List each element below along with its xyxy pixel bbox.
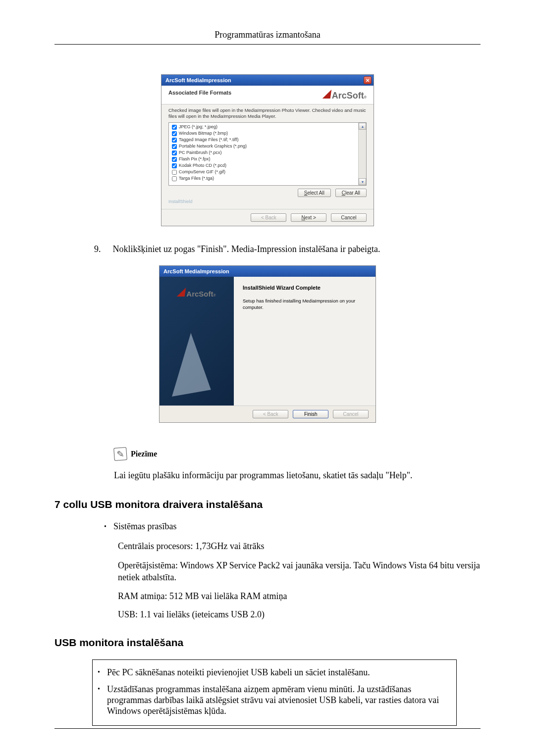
chevron-down-icon[interactable]: ▾ <box>359 178 366 185</box>
checkbox[interactable] <box>172 163 177 168</box>
checkbox[interactable] <box>172 157 177 162</box>
file-format-label: Targa Files (*.tga) <box>179 175 214 182</box>
sysreq-os: Operētājsistēma: Windows XP Service Pack… <box>118 559 481 583</box>
bullet-dot-icon: • <box>98 684 100 716</box>
install-notes-box: • Pēc PC sāknēšanas noteikti pievienojie… <box>92 659 457 726</box>
section-usb-monitor-install: USB monitora instalēšana <box>54 637 481 649</box>
chevron-up-icon[interactable]: ▴ <box>359 123 366 130</box>
checkbox[interactable] <box>172 138 177 143</box>
back-button: < Back <box>253 410 288 418</box>
page-header: Programmatūras izmantošana <box>54 30 481 44</box>
list-item: • Uzstādīšanas programmas instalēšana ai… <box>94 681 449 719</box>
checkbox[interactable] <box>172 131 177 136</box>
installshield-label: InstallShield <box>168 199 367 204</box>
file-format-item[interactable]: Tagged Image Files (*.tif; *.tiff) <box>172 137 355 143</box>
bullet-dot-icon: • <box>104 521 107 532</box>
wizard-complete-heading: InstallShield Wizard Complete <box>243 285 367 291</box>
dialog1-header-area: ArcSoft® Associated File Formats <box>161 86 374 104</box>
box-item-2: Uzstādīšanas programmas instalēšana aizņ… <box>107 684 449 716</box>
dialog1-titlebar: ArcSoft MediaImpression ✕ <box>161 75 374 86</box>
select-buttons-row: Select All Clear All <box>168 189 367 197</box>
file-format-label: CompuServe GIF (*.gif) <box>179 169 225 175</box>
dialog2-side-graphic: ArcSoft® <box>160 277 234 405</box>
dialog2-title: ArcSoft MediaImpression <box>163 268 229 274</box>
close-icon[interactable]: ✕ <box>364 76 372 84</box>
checkbox[interactable] <box>172 170 177 175</box>
triangle-icon <box>322 90 332 99</box>
cancel-button[interactable]: Cancel <box>331 213 367 222</box>
back-button: < Back <box>251 213 286 222</box>
bullet-sysreq-text: Sistēmas prasības <box>113 521 177 532</box>
triangle-icon <box>177 288 186 297</box>
dialog2-titlebar: ArcSoft MediaImpression <box>160 266 375 277</box>
dialog1-footer: < Back Next > Cancel <box>161 209 374 226</box>
registered-icon: ® <box>214 294 216 297</box>
file-format-label: Flash Pix (*.fpx) <box>179 156 211 162</box>
dialog1-body: Checked image files will open in the Med… <box>161 104 374 209</box>
registered-icon: ® <box>364 96 367 99</box>
next-button[interactable]: Next > <box>291 213 326 222</box>
arcsoft-logo: ArcSoft® <box>177 288 215 298</box>
file-format-label: JPEG (*.jpg; *.jpeg) <box>179 124 217 130</box>
bottom-rule <box>54 728 481 729</box>
finish-button[interactable]: Finish <box>293 410 328 418</box>
dialog-finish: ArcSoft MediaImpression ArcSoft® Install… <box>159 265 376 423</box>
sysreq-ram: RAM atmiņa: 512 MB vai lielāka RAM atmiņ… <box>118 591 481 602</box>
file-format-list-inner: JPEG (*.jpg; *.jpeg)Windows Bitmap (*.bm… <box>169 123 358 185</box>
file-format-label: Kodak Photo CD (*.pcd) <box>179 162 226 169</box>
file-format-item[interactable]: CompuServe GIF (*.gif) <box>172 169 355 175</box>
file-format-list: JPEG (*.jpg; *.jpeg)Windows Bitmap (*.bm… <box>168 122 367 186</box>
note-icon: ✎ <box>113 447 127 461</box>
sysreq-usb: USB: 1.1 vai lielāks (ieteicams USB 2.0) <box>118 609 481 620</box>
dialog-associated-formats: ArcSoft MediaImpression ✕ ArcSoft® Assoc… <box>161 74 374 226</box>
file-format-item[interactable]: Kodak Photo CD (*.pcd) <box>172 162 355 169</box>
file-format-item[interactable]: JPEG (*.jpg; *.jpeg) <box>172 124 355 130</box>
checkbox[interactable] <box>172 176 177 181</box>
arcsoft-logo: ArcSoft® <box>323 90 367 101</box>
dialog2-footer: < Back Finish Cancel <box>160 405 375 422</box>
file-format-item[interactable]: Windows Bitmap (*.bmp) <box>172 130 355 137</box>
file-format-item[interactable]: Targa Files (*.tga) <box>172 175 355 182</box>
arcsoft-brand: ArcSoft <box>332 91 364 101</box>
file-format-item[interactable]: Portable Network Graphics (*.png) <box>172 143 355 150</box>
step-text: Noklikšķiniet uz pogas "Finish". Media-I… <box>113 244 380 254</box>
list-item: • Pēc PC sāknēšanas noteikti pievienojie… <box>94 664 449 681</box>
decorative-triangle <box>161 331 211 397</box>
scrollbar[interactable]: ▴ ▾ <box>358 123 366 185</box>
checkbox[interactable] <box>172 151 177 155</box>
note-label: Piezīme <box>131 450 157 458</box>
box-item-1: Pēc PC sāknēšanas noteikti pievienojiet … <box>107 667 449 678</box>
arcsoft-brand: ArcSoft <box>186 290 213 298</box>
cancel-button: Cancel <box>333 410 369 418</box>
file-format-label: Windows Bitmap (*.bmp) <box>179 130 228 137</box>
top-rule <box>54 44 481 45</box>
checkbox[interactable] <box>172 144 177 149</box>
note-text: Lai iegūtu plašāku informāciju par progr… <box>114 470 481 481</box>
file-format-item[interactable]: PC Paintbrush (*.pcx) <box>172 150 355 156</box>
checkbox[interactable] <box>172 125 177 130</box>
dialog1-desc: Checked image files will open in the Med… <box>168 107 367 119</box>
step-number: 9. <box>94 244 101 254</box>
file-format-item[interactable]: Flash Pix (*.fpx) <box>172 156 355 162</box>
sysreq-cpu: Centrālais procesors: 1,73GHz vai ātrāks <box>118 541 481 552</box>
dialog2-body: ArcSoft® InstallShield Wizard Complete S… <box>160 277 375 405</box>
step-9: 9. Noklikšķiniet uz pogas "Finish". Medi… <box>94 244 481 254</box>
dialog1-title: ArcSoft MediaImpression <box>165 77 231 83</box>
dialog2-text-area: InstallShield Wizard Complete Setup has … <box>234 277 375 405</box>
note-row: ✎ Piezīme <box>114 448 481 460</box>
wizard-complete-desc: Setup has finished installing MediaImpre… <box>243 298 367 310</box>
bullet-sysreq: • Sistēmas prasības <box>104 521 481 532</box>
file-format-label: Tagged Image Files (*.tif; *.tiff) <box>179 137 238 143</box>
section-usb-driver-install: 7 collu USB monitora draivera instalēšan… <box>54 499 481 510</box>
file-format-label: PC Paintbrush (*.pcx) <box>179 150 222 156</box>
select-all-button[interactable]: Select All <box>298 189 331 197</box>
bullet-dot-icon: • <box>98 667 100 678</box>
file-format-label: Portable Network Graphics (*.png) <box>179 143 247 150</box>
clear-all-button[interactable]: Clear All <box>335 189 367 197</box>
